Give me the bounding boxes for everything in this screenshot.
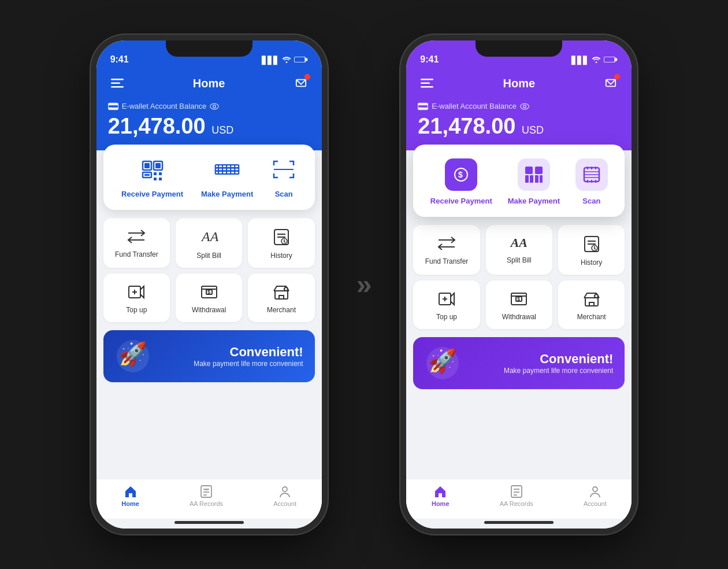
status-icons-purple: ▋▋▋ [571, 56, 618, 65]
wifi-icon [282, 56, 291, 65]
app-header-purple: Home [406, 69, 632, 99]
make-payment-icon-purple [518, 158, 550, 191]
banner-text-blue: Convenient! Make payment life more conve… [194, 345, 303, 368]
make-payment-label: Make Payment [201, 190, 253, 198]
withdrawal-btn[interactable]: $ Withdrawal [176, 274, 242, 322]
svg-point-65 [523, 105, 526, 108]
scan-icon-purple [575, 158, 608, 191]
svg-point-44 [284, 287, 288, 291]
nav-home[interactable]: Home [121, 485, 139, 507]
svg-point-12 [213, 105, 216, 108]
svg-rect-57 [421, 79, 433, 80]
svg-rect-19 [154, 172, 157, 175]
svg-point-96 [593, 487, 597, 492]
merchant-btn-purple[interactable]: Merchant [558, 280, 625, 329]
receive-payment-btn[interactable]: Receive Payment [121, 158, 183, 198]
menu-icon-purple[interactable] [418, 74, 436, 93]
quick-actions-card-purple: $ Receive Payment [413, 145, 625, 217]
history-label: History [270, 252, 292, 260]
history-label-purple: History [581, 258, 602, 267]
phone-body-blue: Receive Payment [96, 150, 322, 529]
svg-rect-6 [111, 86, 124, 88]
split-bill-btn-purple[interactable]: AA Split Bill [486, 225, 552, 275]
grid-row-1-blue: Fund Transfer AA Split Bill [103, 218, 315, 268]
topup-btn[interactable]: Top up [103, 274, 170, 322]
svg-rect-2 [306, 58, 307, 61]
topup-label: Top up [126, 306, 147, 314]
nav-records-purple[interactable]: AA Records [500, 485, 533, 507]
status-time: 9:41 [110, 54, 129, 65]
merchant-label: Merchant [267, 306, 296, 314]
notification-icon[interactable] [292, 74, 310, 93]
svg-rect-22 [159, 178, 162, 180]
nav-account[interactable]: Account [273, 485, 296, 507]
notification-dot-purple [614, 74, 620, 80]
nav-account-label-purple: Account [584, 500, 607, 507]
banner-subtitle-purple: Make payment life more convenient [504, 367, 613, 375]
app-header-blue: Home [96, 69, 322, 99]
wifi-icon-purple [592, 56, 601, 65]
fund-transfer-label: Fund Transfer [115, 250, 158, 258]
receive-payment-icon-purple: $ [445, 158, 477, 191]
svg-rect-62 [418, 105, 428, 108]
scene: 9:41 ▋▋▋ [73, 17, 655, 552]
split-bill-btn[interactable]: AA Split Bill [176, 218, 242, 268]
make-payment-label-purple: Make Payment [508, 197, 560, 205]
banner-title-purple: Convenient! [504, 352, 613, 367]
nav-records[interactable]: AA AA Records [190, 485, 223, 507]
battery-icon-purple [604, 56, 618, 65]
svg-rect-47 [201, 486, 211, 497]
svg-rect-69 [535, 167, 543, 174]
svg-point-52 [283, 487, 287, 492]
balance-section-purple: E-wallet Account Balance 21,478.00 USD [406, 99, 632, 150]
withdrawal-btn-purple[interactable]: $ Withdrawal [486, 280, 552, 329]
merchant-label-purple: Merchant [577, 313, 606, 321]
balance-section-blue: E-wallet Account Balance 21,478.00 USD [96, 99, 322, 150]
fund-transfer-btn[interactable]: Fund Transfer [103, 218, 170, 268]
home-indicator-blue [174, 521, 244, 524]
notification-icon-purple[interactable] [601, 74, 620, 93]
topup-label-purple: Top up [436, 313, 457, 321]
status-icons: ▋▋▋ [262, 56, 308, 65]
grid-section-purple: Fund Transfer AA Split Bill [406, 217, 632, 335]
notification-dot [304, 74, 310, 80]
nav-home-label: Home [121, 500, 139, 507]
svg-text:AA: AA [200, 229, 218, 244]
phone-purple: 9:41 ▋▋▋ [406, 40, 632, 529]
status-time-purple: 9:41 [420, 54, 439, 65]
fund-transfer-btn-purple[interactable]: Fund Transfer [413, 225, 480, 275]
menu-icon[interactable] [108, 74, 127, 93]
balance-amount-purple: 21,478.00 USD [418, 114, 620, 139]
svg-point-89 [595, 294, 598, 298]
history-btn-purple[interactable]: History [558, 225, 625, 275]
split-bill-label: Split Bill [196, 252, 221, 260]
grid-section-blue: Fund Transfer AA Split Bill [96, 210, 322, 328]
scan-btn[interactable]: Scan [271, 158, 296, 198]
svg-point-11 [210, 104, 218, 109]
nav-account-purple[interactable]: Account [584, 485, 607, 507]
svg-text:🚀: 🚀 [428, 347, 457, 375]
battery-icon [294, 56, 308, 65]
receive-payment-label-purple: Receive Payment [430, 197, 492, 205]
svg-rect-18 [144, 174, 150, 176]
make-payment-btn[interactable]: Make Payment [201, 158, 253, 198]
nav-home-purple[interactable]: Home [432, 485, 450, 507]
svg-rect-10 [109, 107, 112, 108]
phone-notch-purple [476, 40, 562, 57]
make-payment-btn-purple[interactable]: Make Payment [508, 158, 560, 205]
topup-btn-purple[interactable]: Top up [413, 280, 480, 329]
scan-btn-purple[interactable]: Scan [575, 158, 608, 205]
banner-blue: 🚀 Convenient! Make payment life more con… [103, 330, 315, 382]
banner-title-blue: Convenient! [194, 345, 303, 360]
merchant-btn[interactable]: Merchant [248, 274, 314, 322]
receive-payment-btn-purple[interactable]: $ Receive Payment [430, 158, 492, 205]
phone-blue: 9:41 ▋▋▋ [96, 40, 322, 529]
signal-icon-purple: ▋▋▋ [571, 56, 589, 65]
banner-illustration-purple: 🚀 [422, 343, 469, 383]
svg-point-64 [521, 104, 529, 109]
quick-actions-card-blue: Receive Payment [103, 145, 315, 210]
balance-label-purple: E-wallet Account Balance [418, 102, 620, 110]
page-title: Home [193, 77, 225, 90]
history-btn[interactable]: History [248, 218, 314, 268]
svg-rect-4 [111, 79, 124, 80]
